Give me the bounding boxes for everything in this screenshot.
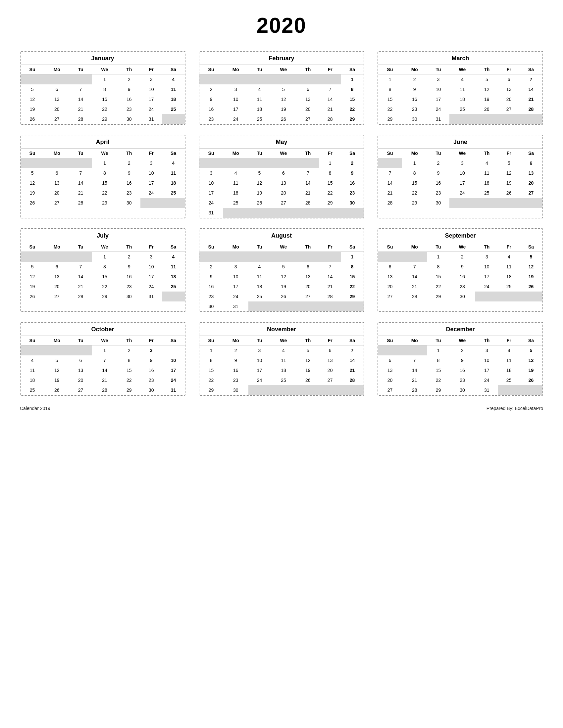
day-cell: 29 (92, 114, 118, 124)
day-cell: 26 (21, 198, 44, 208)
day-cell (319, 301, 341, 311)
day-cell: 21 (319, 104, 341, 114)
day-cell: 15 (92, 178, 118, 188)
day-header-mo: Mo (44, 149, 70, 158)
day-cell: 26 (520, 282, 542, 292)
day-cell: 26 (21, 292, 44, 301)
day-cell: 16 (223, 365, 248, 375)
day-cell: 2 (449, 252, 476, 262)
day-cell: 5 (475, 74, 498, 85)
day-cell: 9 (427, 168, 449, 178)
day-cell: 3 (140, 74, 162, 85)
day-cell: 17 (223, 104, 248, 114)
month-table-august: SuMoTuWeThFrSa12345678910111213141516171… (199, 242, 364, 311)
day-cell: 19 (520, 272, 542, 282)
day-cell: 19 (21, 282, 44, 292)
day-header-tu: Tu (427, 242, 449, 252)
day-cell: 26 (520, 375, 542, 385)
day-cell: 12 (21, 178, 44, 188)
month-table-july: SuMoTuWeThFrSa12345678910111213141516171… (21, 242, 185, 301)
day-cell: 5 (21, 262, 44, 272)
day-header-fr: Fr (498, 242, 520, 252)
day-header-fr: Fr (319, 336, 341, 345)
day-header-we: We (92, 149, 118, 158)
day-cell: 23 (140, 375, 162, 385)
day-cell: 17 (223, 282, 248, 292)
day-cell: 21 (70, 188, 91, 198)
day-header-fr: Fr (319, 65, 341, 74)
day-cell: 10 (199, 178, 223, 188)
day-cell (248, 208, 270, 218)
day-cell: 16 (117, 94, 140, 104)
day-cell: 17 (427, 94, 449, 104)
day-cell: 25 (498, 282, 520, 292)
day-cell: 29 (402, 198, 427, 208)
day-cell: 1 (427, 252, 449, 262)
day-cell: 14 (319, 94, 341, 104)
day-cell: 27 (44, 292, 70, 301)
day-cell: 2 (117, 74, 140, 85)
day-cell: 7 (402, 355, 427, 365)
day-cell: 13 (297, 94, 319, 104)
month-september: SeptemberSuMoTuWeThFrSa12345678910111213… (378, 228, 543, 312)
day-cell: 3 (140, 252, 162, 262)
day-cell: 1 (341, 252, 364, 262)
day-cell (297, 301, 319, 311)
day-cell: 16 (402, 94, 427, 104)
day-cell: 15 (341, 272, 364, 282)
day-cell: 22 (117, 375, 140, 385)
day-header-mo: Mo (44, 65, 70, 74)
day-cell (70, 158, 91, 168)
day-cell: 3 (248, 345, 270, 356)
day-cell: 31 (475, 385, 498, 395)
day-cell: 21 (402, 282, 427, 292)
day-cell: 21 (70, 282, 91, 292)
day-header-we: We (270, 149, 297, 158)
month-november: NovemberSuMoTuWeThFrSa123456789101112131… (199, 322, 364, 396)
day-header-th: Th (117, 149, 140, 158)
day-cell: 23 (427, 188, 449, 198)
day-cell (297, 385, 319, 395)
day-cell: 28 (402, 385, 427, 395)
day-cell: 15 (378, 94, 402, 104)
day-cell: 8 (427, 355, 449, 365)
day-cell: 27 (297, 114, 319, 124)
day-cell: 8 (199, 355, 223, 365)
day-cell: 6 (44, 168, 70, 178)
day-cell: 11 (270, 355, 297, 365)
day-cell: 15 (427, 365, 449, 375)
day-cell: 26 (498, 188, 520, 198)
day-cell (162, 198, 185, 208)
day-cell: 18 (162, 94, 185, 104)
day-header-sa: Sa (341, 242, 364, 252)
month-title-february: February (199, 52, 364, 65)
day-cell: 8 (378, 84, 402, 94)
day-cell: 30 (117, 292, 140, 301)
day-cell: 24 (162, 375, 185, 385)
month-table-january: SuMoTuWeThFrSa12345678910111213141516171… (21, 65, 185, 124)
day-cell: 12 (21, 272, 44, 282)
day-cell: 11 (162, 84, 185, 94)
day-cell: 28 (92, 385, 118, 395)
day-cell: 6 (44, 84, 70, 94)
day-cell: 28 (319, 114, 341, 124)
day-cell: 27 (297, 292, 319, 301)
day-cell: 17 (140, 94, 162, 104)
day-cell: 24 (475, 282, 498, 292)
day-cell: 23 (449, 282, 476, 292)
month-august: AugustSuMoTuWeThFrSa12345678910111213141… (199, 228, 364, 312)
day-cell: 30 (199, 301, 223, 311)
month-title-may: May (199, 135, 364, 148)
day-cell: 25 (162, 282, 185, 292)
day-cell: 19 (270, 104, 297, 114)
day-header-mo: Mo (402, 242, 427, 252)
day-cell: 14 (297, 178, 319, 188)
month-table-april: SuMoTuWeThFrSa12345678910111213141516171… (21, 148, 185, 208)
day-cell: 4 (498, 345, 520, 356)
day-cell: 20 (498, 94, 520, 104)
day-cell: 15 (427, 272, 449, 282)
day-cell: 15 (319, 178, 341, 188)
day-cell: 23 (402, 104, 427, 114)
day-cell: 16 (117, 178, 140, 188)
day-cell: 18 (162, 178, 185, 188)
